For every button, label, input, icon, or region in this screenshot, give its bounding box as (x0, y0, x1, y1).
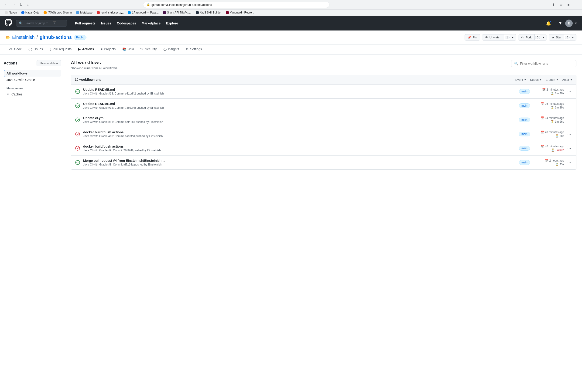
global-search[interactable]: 🔍 Search or jump to... / (16, 20, 67, 26)
workflow-run-title[interactable]: docker build/push actions (83, 144, 515, 148)
notifications-button[interactable]: 🔔 (545, 20, 552, 27)
workflow-duration: 45s (560, 163, 564, 166)
bookmark-icon (76, 11, 79, 14)
user-menu-chevron[interactable]: ▼ (574, 22, 577, 25)
all-workflows-label: All workflows (7, 72, 28, 75)
filter-event[interactable]: Event ▼ (515, 78, 526, 82)
workflow-branch-tag[interactable]: main (519, 132, 530, 136)
workflow-branch-tag[interactable]: main (519, 103, 530, 108)
filter-status[interactable]: Status ▼ (530, 78, 542, 82)
workflow-run-title[interactable]: docker build/push actions (83, 130, 515, 134)
bookmark-jenkins[interactable]: jenkins.tripsec.xyz (95, 10, 125, 15)
nav-codespaces[interactable]: Codespaces (115, 20, 138, 26)
tab-insights[interactable]: ⏻ Insights (160, 44, 182, 54)
bookmark-navanokta[interactable]: NavanOkta (19, 10, 41, 15)
workflow-run-info: docker build/push actions Java CI with G… (83, 130, 515, 138)
repo-owner[interactable]: Einsteinish (12, 35, 35, 40)
bookmark-slack[interactable]: Slack API TripActi... (161, 10, 193, 15)
repo-title: 📂 Einsteinish / github-actions Public (6, 35, 86, 40)
nav-issues[interactable]: Issues (99, 20, 114, 26)
workflow-time: 📅 16 minutes ago ⏳ 1m 19s (534, 102, 564, 109)
bookmark-metabase[interactable]: Metabase (74, 10, 94, 15)
nav-explore[interactable]: Explore (164, 20, 180, 26)
nav-marketplace[interactable]: Marketplace (139, 20, 163, 26)
bookmark-label: Metabase (80, 11, 93, 14)
bookmark-aws-prod[interactable]: (AWS) prod Sign-In (42, 10, 74, 15)
workflow-time-ago: 16 minutes ago (545, 102, 564, 106)
workflow-more-button[interactable]: ⋯ (566, 88, 572, 95)
workflow-duration-row: ⏳ 38s (555, 134, 564, 138)
tab-security[interactable]: 🛡 Security (137, 44, 160, 54)
filter-branch[interactable]: Branch ▼ (546, 78, 558, 82)
caches-icon: ⚛ (7, 92, 10, 96)
tab-projects[interactable]: ■ Projects (97, 44, 119, 54)
new-workflow-button[interactable]: New workflow (37, 60, 61, 66)
sidebar-item-java-ci[interactable]: Java CI with Gradle (4, 76, 61, 83)
workflow-run-title[interactable]: Merge pull request #4 from Einsteinish/E… (83, 159, 515, 162)
github-logo[interactable] (5, 18, 12, 28)
table-row: Update README.md Java CI with Gradle #13… (71, 84, 576, 99)
calendar-icon: 📅 (540, 102, 544, 106)
pull-requests-icon: ⦇ (49, 47, 51, 51)
create-new-button[interactable]: + ▼ (554, 20, 563, 26)
workflow-runs-table: 10 workflow runs Event ▼ Status ▼ Branch… (71, 75, 576, 170)
bookmark-vanguard[interactable]: Vanguard - Retire... (224, 10, 256, 15)
workflow-more-button[interactable]: ⋯ (566, 131, 572, 137)
forward-button[interactable]: → (10, 2, 17, 8)
sidebar-item-caches[interactable]: ⚛ Caches (4, 91, 61, 98)
workflow-duration-row: ⏳ 1m 26s (550, 120, 564, 123)
workflow-run-title[interactable]: Update ci.yml (83, 116, 515, 120)
unwatch-button[interactable]: 👁 Unwatch (482, 34, 504, 40)
workflow-branch-tag[interactable]: main (519, 89, 530, 94)
sidebar-workflows-section: All workflows Java CI with Gradle (4, 70, 61, 83)
workflow-more-button[interactable]: ⋯ (566, 160, 572, 166)
bookmark-1password[interactable]: 1Password — Pass... (126, 10, 161, 15)
workflow-more-button[interactable]: ⋯ (566, 103, 572, 109)
filter-actor[interactable]: Actor ▼ (562, 78, 572, 82)
fork-button-group: ⛏ Fork 0 ▼ (518, 34, 547, 40)
fork-dropdown-button[interactable]: ▼ (540, 35, 546, 40)
star-button[interactable]: ★ Star (549, 34, 564, 40)
tab-settings[interactable]: ⚙ Settings (182, 44, 205, 54)
share-button[interactable]: ⬆ (550, 2, 557, 8)
tab-actions[interactable]: ▶ Actions (75, 44, 97, 54)
workflow-run-info: Merge pull request #4 from Einsteinish/E… (83, 159, 515, 166)
calendar-icon: 📅 (545, 159, 548, 162)
tab-issues[interactable]: ◯ Issues (25, 44, 46, 54)
bookmark-label: 1Password — Pass... (132, 11, 159, 14)
wiki-icon: 📚 (122, 47, 126, 51)
tab-code[interactable]: <> Code (6, 44, 25, 54)
filter-search-input[interactable] (520, 62, 573, 66)
reload-button[interactable]: ↻ (18, 2, 24, 8)
extensions-button[interactable]: ■ (565, 2, 572, 8)
filter-search-box[interactable]: 🔍 (511, 60, 576, 67)
repo-name[interactable]: github-actions (40, 35, 72, 40)
workflow-run-title[interactable]: Update README.md (83, 102, 515, 106)
clock-icon: ⏳ (550, 106, 554, 109)
sidebar-item-all-workflows[interactable]: All workflows (4, 70, 61, 76)
tab-wiki[interactable]: 📚 Wiki (119, 44, 137, 54)
workflow-branch-tag[interactable]: main (519, 160, 530, 165)
filter-status-label: Status (530, 78, 539, 82)
user-avatar[interactable]: E (565, 20, 573, 27)
address-bar[interactable]: 🔒 github.com/Einsteinish/github-actions/… (143, 2, 330, 8)
home-button[interactable]: ⌂ (25, 2, 32, 8)
star-dropdown-button[interactable]: ▼ (570, 35, 576, 40)
workflow-more-button[interactable]: ⋯ (566, 145, 572, 152)
workflow-more-button[interactable]: ⋯ (566, 117, 572, 123)
workflow-branch-tag[interactable]: main (519, 146, 530, 150)
url-text: github.com/Einsteinish/github-actions/ac… (151, 3, 212, 6)
workflow-run-title[interactable]: Update README.md (83, 88, 515, 92)
bookmark-navan[interactable]: Navan (3, 10, 19, 15)
unwatch-dropdown-button[interactable]: ▼ (509, 35, 516, 40)
fork-button[interactable]: ⛏ Fork (518, 34, 535, 40)
bookmark-icon (44, 11, 47, 14)
workflow-branch-tag[interactable]: main (519, 118, 530, 122)
nav-pull-requests[interactable]: Pull requests (73, 20, 98, 26)
tab-pull-requests[interactable]: ⦇ Pull requests (46, 44, 75, 54)
menu-button[interactable]: ⋮ (573, 2, 579, 8)
bookmark-aws-skill[interactable]: AWS Skill Builder (194, 10, 223, 15)
bookmark-button[interactable]: ☆ (558, 2, 564, 8)
back-button[interactable]: ← (3, 2, 9, 8)
pin-button[interactable]: 📌 Pin (465, 34, 480, 40)
